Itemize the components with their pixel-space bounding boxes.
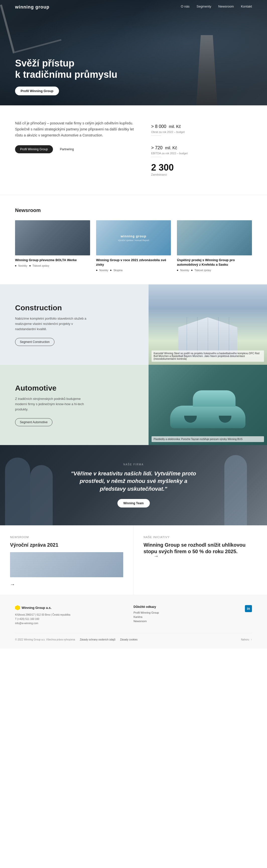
hero-cta-button[interactable]: Profil Winning Group: [15, 87, 59, 95]
news-tags-3: Novinky Tiskové zprávy: [177, 269, 252, 272]
footer-link-kariera[interactable]: Kariéra: [134, 615, 203, 618]
team-cta-button[interactable]: Winning Team: [117, 499, 150, 507]
nav-kontakt[interactable]: Kontakt: [241, 4, 252, 8]
construction-title: Construction: [15, 304, 134, 312]
construction-content: Construction Nabízíme kompletní portfoli…: [0, 284, 149, 365]
automotive-caption: Plastikdíly a elektronika: Porsche Tayca…: [152, 436, 264, 442]
bottom-card-initiative[interactable]: Naše iniciativy Winning Group se rozhodl…: [134, 526, 267, 595]
news-tags-1: Novinky Tiskové zprávy: [15, 265, 90, 267]
intro-secondary-btn[interactable]: Partnering: [56, 145, 78, 153]
footer-logo-area: Winning Group a.s. Křížková 2960/17 | 61…: [15, 605, 118, 625]
team-quote: "Věříme v kreativitu našich lidí. Vytvář…: [68, 470, 199, 493]
tag-dot-icon-6: [191, 270, 192, 271]
stat-employees-value: 2 300: [151, 163, 252, 172]
news-card-1[interactable]: Winning Group převezme BOLTA Werke Novin…: [15, 220, 90, 272]
team-sublabel: Naše firma: [68, 463, 199, 466]
bc-label-2: Naše iniciativy: [144, 536, 257, 538]
news-card-2[interactable]: winning group Výroční zpráva / Annual Re…: [96, 220, 171, 272]
footer: Winning Group a.s. Křížková 2960/17 | 61…: [0, 595, 267, 649]
bc-title-2: Winning Group se rozhodl snížit uhlíkovo…: [144, 541, 257, 555]
stat-ebitda-label: EBITDA za rok 2022 – budget: [151, 152, 252, 155]
linkedin-icon[interactable]: in: [245, 605, 252, 612]
news-card-3[interactable]: Úspěšný prodej s Winning Group pro autom…: [177, 220, 252, 272]
news-img-1: [15, 220, 90, 255]
bottom-cards: Newsroom Výroční zpráva 2021 → Naše inic…: [0, 525, 267, 595]
stat-employees: 2 300 Zaměstnanci: [151, 163, 252, 176]
news-headline-1: Winning Group převezme BOLTA Werke: [15, 258, 90, 262]
intro-primary-btn[interactable]: Profil Winning Group: [15, 145, 53, 153]
footer-link-profil[interactable]: Profil Winning Group: [134, 611, 203, 614]
automotive-img-placeholder: Plastikdíly a elektronika: Porsche Tayca…: [149, 365, 267, 445]
construction-desc: Nabízíme kompletní portfolio stavebních …: [15, 316, 90, 332]
construction-image: Kancelář Winning Steel se podílí na proj…: [149, 284, 267, 365]
footer-privacy-link[interactable]: Zásady ochrany osobních údajů: [80, 638, 115, 641]
newsroom-section: Newsroom Winning Group převezme BOLTA We…: [0, 195, 267, 284]
nav-segmenty[interactable]: Segmenty: [197, 4, 211, 8]
bc-label-1: Newsroom: [10, 536, 123, 538]
main-nav: O nás Segmenty Newsroom Kontakt: [181, 4, 252, 8]
automotive-desc: Z tradičních strojírenských podniků budu…: [15, 396, 90, 412]
bc-arrow-2[interactable]: →: [154, 553, 267, 559]
construction-section: Construction Nabízíme kompletní portfoli…: [0, 284, 267, 365]
stat-revenue-label: Obrat za rok 2022 – budget: [151, 130, 252, 133]
footer-bottom: © 2022 Winning Group a.s. Všechna práva …: [15, 633, 252, 641]
news-headline-3: Úspěšný prodej s Winning Group pro autom…: [177, 258, 252, 267]
newsroom-title: Newsroom: [15, 208, 252, 213]
footer-links-title: Důležité odkazy: [134, 605, 203, 609]
tag-dot-icon-5: [177, 270, 178, 271]
hero-section: winning group O nás Segmenty Newsroom Ko…: [0, 0, 267, 105]
intro-paragraph: Náš cíl je přímočarý – posouvat naše fir…: [15, 120, 136, 138]
automotive-cta-button[interactable]: Segment Automotive: [15, 418, 53, 426]
bc-img-1: [10, 552, 123, 577]
footer-social: in: [217, 605, 252, 625]
scroll-top-hint[interactable]: Nahoru ↑: [241, 638, 252, 641]
intro-section: Náš cíl je přímočarý – posouvat naše fir…: [0, 105, 267, 195]
intro-buttons: Profil Winning Group Partnering: [15, 145, 136, 153]
news-headline-2: Winning Group v roce 2021 zdvonásobila s…: [96, 258, 171, 267]
construction-cta-button[interactable]: Segment Construction: [15, 338, 55, 346]
tag-dot-icon-2: [29, 265, 31, 267]
construction-img-placeholder: Kancelář Winning Steel se podílí na proj…: [149, 284, 267, 365]
footer-copyright: © 2022 Winning Group a.s. Všechna práva …: [15, 638, 138, 641]
footer-cookies-link[interactable]: Zásady cookies: [120, 638, 138, 641]
team-section: Naše firma "Věříme v kreativitu našich l…: [0, 445, 267, 525]
footer-address: Křížková 2960/17 | 612 00 Brno | Česká r…: [15, 613, 118, 625]
footer-links-col: Důležité odkazy Profil Winning Group Kar…: [134, 605, 203, 625]
bottom-card-newsroom[interactable]: Newsroom Výroční zpráva 2021 →: [0, 526, 134, 595]
intro-text-area: Náš cíl je přímočarý – posouvat naše fir…: [15, 120, 136, 182]
hero-title: Svěží přístup k tradičnímu průmyslu: [15, 58, 117, 81]
stat-ebitda: > 720 mil. Kč EBITDA za rok 2022 – budge…: [151, 142, 252, 157]
automotive-image: Plastikdíly a elektronika: Porsche Tayca…: [149, 365, 267, 445]
footer-link-newsroom[interactable]: Newsroom: [134, 620, 203, 623]
construction-caption: Kancelář Winning Steel se podílí na proj…: [152, 350, 264, 362]
bc-title-1: Výroční zpráva 2021: [10, 541, 123, 548]
automotive-section: Automotive Z tradičních strojírenských p…: [0, 365, 267, 445]
stat-employees-label: Zaměstnanci: [151, 173, 252, 176]
site-logo[interactable]: winning group: [15, 4, 50, 10]
automotive-content: Automotive Z tradičních strojírenských p…: [0, 365, 149, 445]
bc-arrow-1[interactable]: →: [10, 582, 15, 587]
news-tags-2: Novinky Skupina: [96, 269, 171, 272]
news-img-2: winning group Výroční zpráva / Annual Re…: [96, 220, 171, 255]
stat-revenue-value: > 8 000 mil. Kč: [151, 120, 252, 129]
hero-content: Svěží přístup k tradičnímu průmyslu Prof…: [15, 58, 117, 95]
arrow-up-icon: ↑: [251, 638, 252, 641]
footer-logo: Winning Group a.s.: [15, 605, 118, 610]
news-img-3: [177, 220, 252, 255]
tag-dot-icon: [15, 265, 16, 267]
nav-newsroom[interactable]: Newsroom: [218, 4, 234, 8]
footer-top: Winning Group a.s. Křížková 2960/17 | 61…: [15, 605, 252, 625]
team-content: Naše firma "Věříme v kreativitu našich l…: [58, 463, 209, 507]
nav-onas[interactable]: O nás: [181, 4, 190, 8]
news-grid: Winning Group převezme BOLTA Werke Novin…: [15, 220, 252, 272]
stat-revenue: > 8 000 mil. Kč Obrat za rok 2022 – budg…: [151, 120, 252, 136]
stat-divider-1: [151, 135, 161, 136]
tag-dot-icon-4: [110, 270, 111, 271]
team-people-left: [0, 450, 60, 525]
footer-logo-icon: [15, 605, 20, 610]
stat-ebitda-value: > 720 mil. Kč: [151, 142, 252, 151]
intro-stats: > 8 000 mil. Kč Obrat za rok 2022 – budg…: [151, 120, 252, 182]
automotive-title: Automotive: [15, 384, 134, 392]
tag-dot-icon-3: [96, 270, 97, 271]
stat-divider-2: [151, 157, 161, 157]
